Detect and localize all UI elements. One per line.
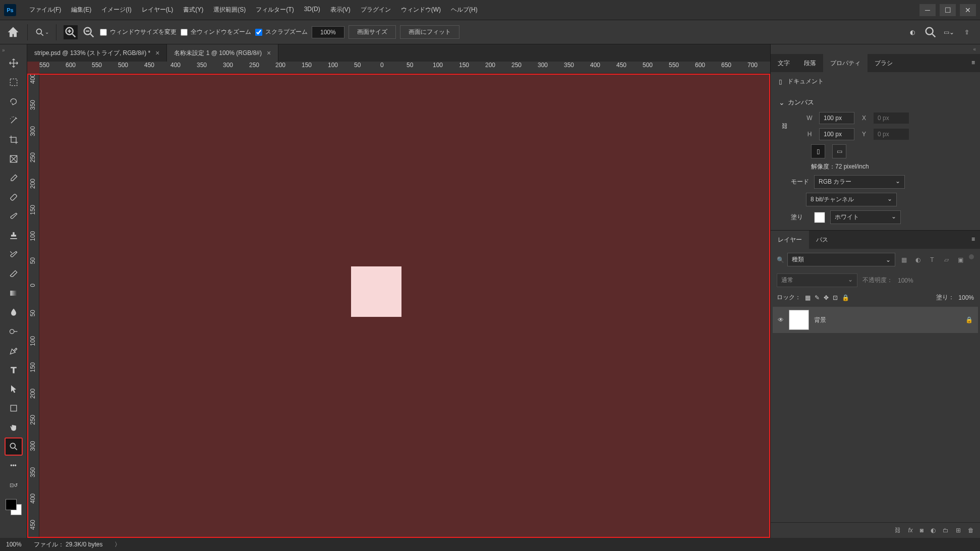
layer-thumbnail[interactable]	[789, 310, 809, 330]
menu-view[interactable]: 表示(V)	[325, 3, 356, 17]
lock-icon[interactable]: 🔒	[965, 316, 973, 323]
adjustment-icon[interactable]: ◐	[931, 527, 936, 534]
frame-tool[interactable]	[5, 150, 23, 168]
move-tool[interactable]	[5, 54, 23, 72]
tab-properties[interactable]: プロパティ	[823, 54, 868, 72]
lock-paint-icon[interactable]: ✎	[815, 294, 820, 301]
panel-menu-icon[interactable]: ≡	[966, 54, 980, 72]
lasso-tool[interactable]	[5, 92, 23, 111]
color-mode-select[interactable]: RGB カラー⌄	[814, 175, 905, 189]
search-icon[interactable]	[924, 25, 938, 39]
filter-text-icon[interactable]: T	[927, 254, 938, 265]
tab-paragraph[interactable]: 段落	[797, 54, 823, 72]
canvas-section-toggle[interactable]: カンバス	[779, 95, 972, 110]
tab-layers[interactable]: レイヤー	[771, 231, 809, 249]
brush-tool[interactable]	[5, 207, 23, 226]
fit-screen-button[interactable]: 画面にフィット	[400, 25, 459, 39]
pen-tool[interactable]	[5, 342, 23, 360]
filter-pixel-icon[interactable]: ▦	[898, 254, 909, 265]
fill-select[interactable]: ホワイト⌄	[830, 210, 901, 224]
edit-toolbar[interactable]: ⊡↺	[5, 476, 23, 494]
home-icon[interactable]	[6, 25, 20, 39]
orientation-portrait[interactable]: ▯	[811, 144, 825, 158]
menu-select[interactable]: 選択範囲(S)	[208, 3, 251, 17]
zoom-out-icon[interactable]	[82, 25, 96, 39]
filter-toggle[interactable]	[969, 254, 974, 259]
gradient-tool[interactable]	[5, 284, 23, 302]
actual-size-button[interactable]: 画面サイズ	[349, 25, 396, 39]
menu-edit[interactable]: 編集(E)	[66, 3, 96, 17]
bit-depth-select[interactable]: 8 bit/チャンネル⌄	[806, 193, 897, 206]
tab-untitled[interactable]: 名称未設定 1 @ 100% (RGB/8#)×	[167, 44, 278, 62]
dodge-tool[interactable]	[5, 322, 23, 341]
close-icon[interactable]: ×	[267, 49, 271, 57]
zoom-in-icon[interactable]	[64, 25, 78, 39]
width-input[interactable]	[819, 112, 854, 124]
zoom-tool[interactable]	[5, 437, 23, 456]
lock-all-icon[interactable]: 🔒	[842, 294, 849, 301]
opacity-value[interactable]: 100%	[898, 277, 913, 284]
wand-tool[interactable]	[5, 112, 23, 130]
shape-tool[interactable]	[5, 399, 23, 417]
visibility-icon[interactable]: 👁	[778, 316, 784, 323]
more-tools[interactable]: •••	[5, 457, 23, 475]
lock-trans-icon[interactable]: ▦	[805, 294, 811, 301]
hand-tool[interactable]	[5, 418, 23, 436]
lock-pos-icon[interactable]: ✥	[824, 294, 829, 301]
zoom-all-checkbox[interactable]: 全ウィンドウをズーム	[181, 28, 251, 36]
resize-window-checkbox[interactable]: ウィンドウサイズを変更	[100, 28, 177, 36]
close-icon[interactable]: ×	[155, 49, 159, 57]
tab-character[interactable]: 文字	[771, 54, 797, 72]
panel-menu-icon[interactable]: ≡	[966, 231, 980, 249]
foreground-color[interactable]	[6, 499, 17, 510]
link-layers-icon[interactable]: ⛓	[895, 527, 901, 534]
type-tool[interactable]	[5, 361, 23, 379]
delete-icon[interactable]: 🗑	[968, 527, 974, 534]
lock-artboard-icon[interactable]: ⊡	[833, 294, 838, 301]
zoom-percent-button[interactable]: 100%	[312, 26, 344, 38]
height-input[interactable]	[819, 128, 854, 140]
filter-shape-icon[interactable]: ▱	[941, 254, 952, 265]
file-info[interactable]: ファイル： 29.3K/0 bytes 〉	[34, 540, 121, 549]
link-icon[interactable]: ⛓	[782, 123, 788, 130]
heal-tool[interactable]	[5, 188, 23, 206]
cloud-icon[interactable]: ◐	[905, 25, 919, 39]
zoom-status[interactable]: 100%	[6, 541, 22, 548]
filter-adjust-icon[interactable]: ◐	[912, 254, 924, 265]
color-swatches[interactable]	[6, 499, 22, 515]
layer-background[interactable]: 👁 背景 🔒	[773, 307, 978, 333]
fill-swatch[interactable]	[814, 212, 825, 223]
tab-paths[interactable]: パス	[809, 231, 835, 249]
layer-filter-select[interactable]: 種類⌄	[787, 253, 895, 266]
minimize-button[interactable]: ─	[919, 4, 936, 16]
marquee-tool[interactable]	[5, 73, 23, 91]
scrub-zoom-checkbox[interactable]: スクラブズーム	[255, 28, 308, 36]
group-icon[interactable]: 🗀	[943, 527, 949, 534]
stamp-tool[interactable]	[5, 227, 23, 245]
filter-smart-icon[interactable]: ▣	[955, 254, 966, 265]
zoom-tool-icon[interactable]: ⌄	[35, 25, 49, 39]
menu-type[interactable]: 書式(Y)	[178, 3, 208, 17]
tab-brush[interactable]: ブラシ	[868, 54, 900, 72]
fill-opacity-value[interactable]: 100%	[958, 294, 974, 301]
blend-mode-select[interactable]: 通常⌄	[777, 273, 857, 287]
menu-window[interactable]: ウィンドウ(W)	[396, 3, 446, 17]
menu-3d[interactable]: 3D(D)	[299, 3, 325, 17]
close-button[interactable]: ✕	[960, 4, 976, 16]
maximize-button[interactable]: ☐	[940, 4, 956, 16]
menu-file[interactable]: ファイル(F)	[24, 3, 66, 17]
canvas-viewport[interactable]	[27, 74, 770, 538]
tab-stripe[interactable]: stripe.psd @ 133% (ストライプ, RGB/8#) *×	[27, 44, 167, 62]
layer-name[interactable]: 背景	[814, 316, 826, 324]
menu-layer[interactable]: レイヤー(L)	[137, 3, 179, 17]
share-icon[interactable]: ⇪	[960, 25, 974, 39]
blur-tool[interactable]	[5, 303, 23, 321]
fx-icon[interactable]: fx	[908, 527, 912, 534]
eyedropper-tool[interactable]	[5, 169, 23, 187]
new-layer-icon[interactable]: ⊞	[956, 527, 961, 534]
mask-icon[interactable]: ◙	[920, 527, 924, 534]
crop-tool[interactable]	[5, 131, 23, 149]
menu-filter[interactable]: フィルター(T)	[251, 3, 299, 17]
canvas[interactable]	[351, 266, 401, 317]
orientation-landscape[interactable]: ▭	[832, 144, 846, 158]
